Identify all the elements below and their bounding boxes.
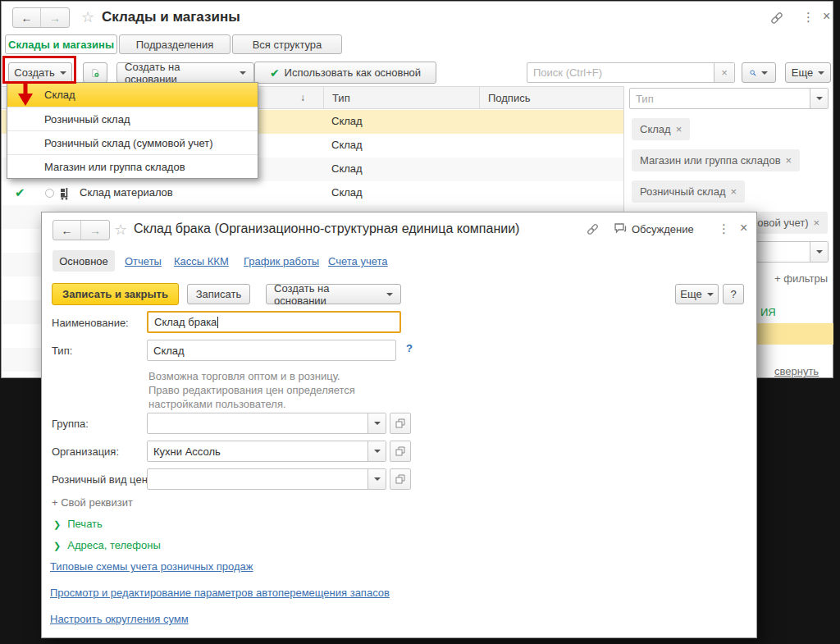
addresses-expander[interactable]: ❯Адреса, телефоны [53,539,161,551]
type-filter-input[interactable]: Тип [630,89,810,108]
tab-warehouses-stores[interactable]: Склады и магазины [5,34,117,54]
name-label: Наименование: [52,317,129,329]
use-as-main-button[interactable]: ✔ Использовать как основной [254,62,436,84]
close-icon[interactable]: × [740,221,747,235]
annotation-arrow-icon [16,82,34,107]
forward-button[interactable]: → [41,8,69,27]
caret-down-icon [240,71,246,75]
caret-down-icon [761,71,768,75]
type-filter-combo[interactable]: Тип [629,88,829,109]
type-hint-line: настройками пользователя. [148,398,286,410]
create-based-on-button[interactable]: Создать на основании [116,62,254,83]
print-expander[interactable]: ❯Печать [53,518,103,530]
search-icon [750,67,756,79]
combo-caret-icon[interactable] [368,441,386,461]
chip-remove-icon[interactable]: × [731,185,737,198]
tab-main[interactable]: Основное [52,250,115,272]
save-button[interactable]: Записать [187,284,250,304]
open-form-icon [395,474,405,484]
tab-reports[interactable]: Отчеты [125,255,162,267]
table-row[interactable]: ✔ Склад материалов Склад [2,181,623,205]
save-and-close-button[interactable]: Записать и закрыть [52,283,179,305]
chip-remove-icon[interactable]: × [814,217,820,229]
new-copy-icon [91,66,99,80]
group-combo[interactable] [147,413,386,434]
tab-full-structure[interactable]: Вся структура [232,34,342,54]
open-form-icon [395,446,405,456]
forward-icon: → [49,11,61,25]
tab-kkm-cash[interactable]: Кассы ККМ [174,255,229,267]
copy-button[interactable] [83,62,107,83]
name-input[interactable]: Склад брака [147,311,401,333]
combo-caret-icon[interactable] [368,413,386,433]
column-header-caption[interactable]: Подпись [479,87,623,108]
search-clear-icon[interactable]: × [714,63,734,82]
caret-down-icon [818,71,824,75]
search-box: Поиск (Ctrl+F) × [527,62,735,83]
tab-departments[interactable]: Подразделения [119,34,231,54]
menu-item-store-or-group[interactable]: Магазин или группа складов [7,154,258,178]
close-icon[interactable]: × [823,9,830,24]
organization-label: Организация: [52,445,119,458]
kebab-menu-icon[interactable]: ⋮ [718,222,730,236]
filter-chip[interactable]: Розничный склад× [632,180,745,203]
menu-item-warehouse[interactable]: Склад [7,83,258,107]
favorite-star-icon[interactable]: ☆ [114,221,127,239]
combo-caret-icon[interactable] [810,89,828,108]
column-header-type[interactable]: Тип [323,87,479,108]
history-nav: ← → [12,7,70,28]
hidden-section-partial-text: ИЯ [760,306,776,318]
retail-price-combo[interactable] [147,468,386,490]
warehouse-dialog: ← → ☆ Склад брака (Организационно-структ… [41,212,757,638]
back-button[interactable]: ← [53,221,81,240]
group-label: Группа: [52,418,89,430]
type-hint-line: Право редактирования цен определяется [148,384,355,396]
more-button[interactable]: Еще [785,62,831,83]
group-open-button[interactable] [390,413,411,434]
link-icon[interactable] [769,11,784,29]
favorite-star-icon[interactable]: ☆ [81,8,94,26]
forward-icon: → [89,224,101,237]
sort-desc-icon[interactable]: ↓ [300,92,305,103]
create-based-on-button[interactable]: Создать на основании [266,284,401,304]
caret-down-icon [707,293,714,296]
forward-button[interactable]: → [81,221,109,240]
auto-transfer-params-link[interactable]: Просмотр и редактирование параметров авт… [50,587,390,599]
page-title: Склады и магазины [102,9,240,25]
search-input[interactable]: Поиск (Ctrl+F) [527,63,714,82]
discussion-bubble-icon[interactable] [614,222,628,238]
combo-caret-icon[interactable] [368,469,386,489]
retail-schemes-link[interactable]: Типовые схемы учета розничных продаж [50,560,253,573]
type-input[interactable]: Склад [147,340,396,361]
rounding-settings-link[interactable]: Настроить округления сумм [50,613,189,625]
help-button[interactable]: ? [723,284,744,304]
chip-remove-icon[interactable]: × [676,123,682,135]
add-filters-link[interactable]: + фильтры [774,272,828,285]
chip-remove-icon[interactable]: × [786,154,792,167]
organization-combo[interactable]: Кухни Ассоль [147,441,386,462]
open-form-icon [395,418,405,428]
type-help-icon[interactable]: ? [406,342,413,354]
more-button[interactable]: Еще [675,284,719,304]
row-name: Склад материалов [80,186,173,199]
back-button[interactable]: ← [13,8,41,27]
type-hint-line: Возможна торговля оптом и в розницу. [148,370,340,382]
organization-open-button[interactable] [390,441,411,462]
add-custom-attribute-link[interactable]: + Свой реквизит [52,496,133,509]
caret-down-icon [386,293,393,296]
link-icon[interactable] [586,222,600,240]
collapse-link[interactable]: свернуть [774,365,819,377]
tab-work-schedule[interactable]: График работы [244,255,319,267]
filter-chip[interactable]: Магазин или группа складов× [632,149,800,171]
discussion-link[interactable]: Обсуждение [632,223,694,235]
create-menu: Склад Розничный склад Розничный склад (с… [7,82,258,179]
warehouse-icon [60,187,74,200]
advanced-search-button[interactable] [742,62,776,83]
kebab-menu-icon[interactable]: ⋮ [802,10,815,25]
filter-chip[interactable]: Склад× [632,118,690,140]
tab-accounting-accounts[interactable]: Счета учета [328,255,388,267]
combo-caret-icon[interactable] [810,242,828,262]
menu-item-retail-warehouse-sum[interactable]: Розничный склад (суммовой учет) [7,130,258,154]
retail-price-open-button[interactable] [390,468,411,490]
menu-item-retail-warehouse[interactable]: Розничный склад [7,107,258,130]
